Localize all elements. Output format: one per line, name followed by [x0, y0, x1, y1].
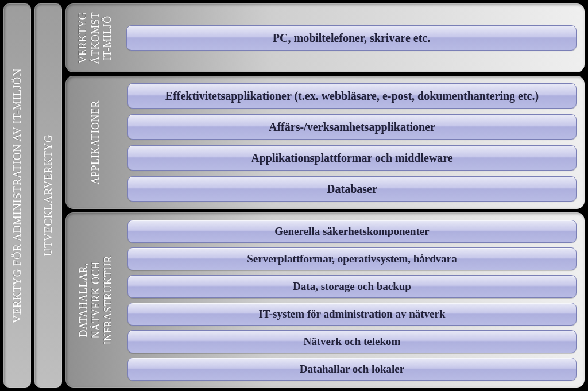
item-efficiency-apps: Effektivitetsapplikationer (t.ex. webblä… [127, 83, 577, 109]
sections-stack: VERKTYGÅTKOMSTIT-MILJÖ PC, mobiltelefone… [65, 3, 585, 388]
vertical-column-label: VERKTYG FÖR ADMINISTRATION AV IT-MILJÖN [11, 61, 24, 330]
item-label: Databaser [327, 183, 377, 196]
item-business-apps: Affärs-/verksamhetsapplikationer [127, 114, 577, 140]
vertical-column-admin-tools: VERKTYG FÖR ADMINISTRATION AV IT-MILJÖN [3, 3, 31, 388]
vertical-column-dev-tools: UTVECKLARVERKTYG [34, 3, 62, 388]
item-databases: Databaser [127, 176, 577, 202]
section-content-infrastructure: Generella säkerhetskomponenter Serverpla… [127, 218, 577, 382]
item-data-storage: Data, storage och backup [127, 275, 577, 298]
item-app-platforms: Applikationsplattformar och middleware [127, 145, 577, 171]
section-label-applications: APPLIKATIONER [70, 82, 122, 203]
item-label: Effektivitetsapplikationer (t.ex. webblä… [165, 90, 539, 103]
item-label: IT-system för administration av nätverk [258, 308, 445, 320]
item-label: PC, mobiltelefoner, skrivare etc. [273, 32, 430, 45]
section-label-access: VERKTYGÅTKOMSTIT-MILJÖ [70, 9, 121, 67]
section-label-text: APPLIKATIONER [90, 100, 102, 185]
item-label: Generella säkerhetskomponenter [274, 225, 429, 238]
section-applications: APPLIKATIONER Effektivitetsapplikationer… [65, 76, 585, 209]
section-infrastructure: DATAHALLAR,NÄTVERK OCHINFRASTRUKTUR Gene… [65, 212, 585, 388]
item-network-telecom: Nätverk och telekom [127, 330, 577, 353]
item-label: Affärs-/verksamhetsapplikationer [269, 121, 435, 134]
item-label: Nätverk och telekom [304, 335, 401, 348]
item-network-admin: IT-system för administration av nätverk [127, 303, 577, 326]
diagram-canvas: VERKTYG FÖR ADMINISTRATION AV IT-MILJÖN … [0, 0, 588, 391]
item-server-platforms: Serverplattformar, operativsystem, hårdv… [127, 247, 577, 270]
item-pc-devices: PC, mobiltelefoner, skrivare etc. [126, 25, 577, 51]
section-label-infrastructure: DATAHALLAR,NÄTVERK OCHINFRASTRUKTUR [70, 218, 122, 382]
section-content-applications: Effektivitetsapplikationer (t.ex. webblä… [127, 82, 577, 203]
item-label: Datahallar och lokaler [300, 363, 404, 375]
item-label: Applikationsplattformar och middleware [251, 152, 453, 165]
section-label-text: DATAHALLAR,NÄTVERK OCHINFRASTRUKTUR [78, 255, 115, 345]
section-access: VERKTYGÅTKOMSTIT-MILJÖ PC, mobiltelefone… [65, 3, 585, 72]
item-security-components: Generella säkerhetskomponenter [127, 220, 577, 243]
item-datacenters: Datahallar och lokaler [127, 358, 577, 381]
vertical-column-label: UTVECKLARVERKTYG [42, 127, 55, 263]
item-label: Data, storage och backup [293, 280, 411, 293]
item-label: Serverplattformar, operativsystem, hårdv… [247, 253, 457, 265]
section-label-text: VERKTYGÅTKOMSTIT-MILJÖ [77, 12, 114, 64]
section-content-access: PC, mobiltelefoner, skrivare etc. [126, 9, 577, 67]
